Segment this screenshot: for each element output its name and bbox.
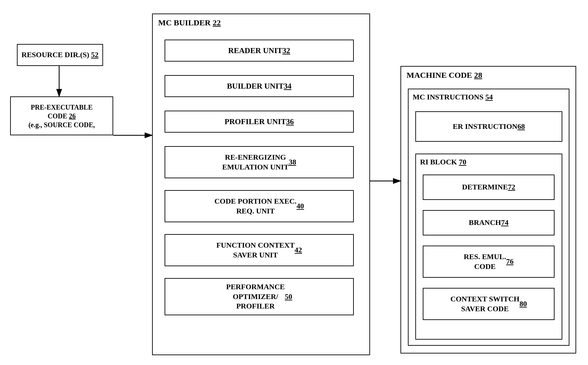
machine-code-container: MACHINE CODE 28 MC INSTRUCTIONS 54 ER IN… [400,66,576,353]
performance-optimizer-box: PERFORMANCEOPTIMIZER/PROFILER 50 [165,278,354,315]
mc-instructions-container: MC INSTRUCTIONS 54 ER INSTRUCTION 68 RI … [408,89,569,346]
pre-executable-label: PRE-EXECUTABLECODE 26(e.g., SOURCE CODE, [28,103,95,129]
res-emul-code-box: RES. EMUL.CODE 76 [423,246,555,278]
resource-dir-box: RESOURCE DIR.(S) 52 [17,44,103,66]
determine-box: DETERMINE 72 [423,175,555,200]
context-switch-box: CONTEXT SWITCHSAVER CODE 80 [423,288,555,320]
code-portion-box: CODE PORTION EXEC.REQ. UNIT 40 [165,190,354,222]
ri-block-container: RI BLOCK 70 DETERMINE 72 BRANCH 74 RES. … [415,154,562,340]
function-context-box: FUNCTION CONTEXTSAVER UNIT 42 [165,234,354,266]
profiler-unit-box: PROFILER UNIT 36 [165,111,354,133]
re-energizing-box: RE-ENERGIZINGEMULATION UNIT 38 [165,146,354,178]
ri-block-label: RI BLOCK 70 [420,158,466,166]
mc-builder-container: MC BUILDER 22 READER UNIT 32 BUILDER UNI… [152,14,370,355]
mc-instructions-label: MC INSTRUCTIONS 54 [413,93,493,101]
builder-unit-box: BUILDER UNIT 34 [165,75,354,97]
mc-builder-label: MC BUILDER 22 [158,18,221,27]
branch-box: BRANCH 74 [423,210,555,235]
reader-unit-box: READER UNIT 32 [165,40,354,62]
resource-dir-label: RESOURCE DIR.(S) 52 [22,50,99,60]
machine-code-label: MACHINE CODE 28 [407,71,482,80]
pre-executable-box: PRE-EXECUTABLECODE 26(e.g., SOURCE CODE, [10,96,113,135]
er-instruction-box: ER INSTRUCTION 68 [415,111,562,142]
